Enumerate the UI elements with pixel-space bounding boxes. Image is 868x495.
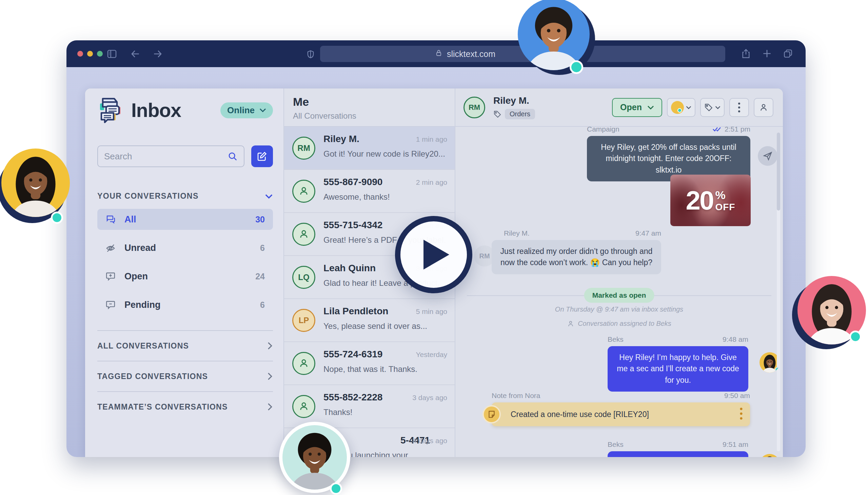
sidebar-link-all-conversations[interactable]: ALL CONVERSATIONS	[97, 331, 273, 361]
person-avatar-icon	[292, 352, 315, 375]
chevron-down-icon[interactable]	[265, 193, 273, 199]
window-controls[interactable]	[77, 51, 103, 57]
timestamp: 2 min ago	[416, 178, 447, 186]
tag-icon	[493, 110, 501, 118]
avatar: LP	[292, 309, 315, 332]
message-preview: Got it! Your new code is Riley20...	[323, 149, 445, 159]
bubble-minus-icon	[105, 300, 117, 310]
sidebar-link-tagged-conversations[interactable]: TAGGED CONVERSATIONS	[97, 361, 273, 391]
promo-image[interactable]: 20 % OFF	[670, 175, 751, 226]
new-tab-icon[interactable]	[762, 48, 772, 61]
avatar	[518, 0, 590, 70]
count-badge: 30	[255, 215, 265, 224]
back-icon[interactable]	[130, 49, 141, 59]
customer-avatar-left	[1, 149, 70, 217]
assignment-note: Conversation assigned to Beks	[455, 320, 783, 327]
message-preview: you launching your...	[340, 450, 414, 457]
link-label: ALL CONVERSATIONS	[97, 341, 189, 351]
message-preview: Thanks!	[323, 408, 352, 417]
count-badge: 6	[260, 300, 265, 310]
search-icon[interactable]	[227, 151, 238, 161]
contact-name: 555-852-2228	[323, 392, 382, 403]
campaign-message-group: Campaign 2:51 pm Hey Riley, get 20% off …	[587, 125, 750, 182]
tag-icon	[704, 103, 713, 112]
chevron-right-icon	[267, 341, 273, 350]
compose-icon	[257, 151, 268, 162]
assignment-text: Conversation assigned to Beks	[578, 320, 671, 327]
timestamp: Yesterday	[416, 351, 447, 359]
tag-dropdown-button[interactable]	[700, 98, 725, 117]
sidebar-item-unread[interactable]: Unread 6	[97, 237, 273, 258]
event-detail: On Thursday @ 9:47 am via inbox settings	[455, 306, 783, 313]
sidebar-item-open[interactable]: Open 24	[97, 266, 273, 287]
play-icon	[422, 238, 450, 271]
customer-avatar-top	[518, 0, 590, 70]
close-window-button[interactable]	[77, 51, 83, 57]
message-preview: Nope, that was it. Thanks.	[323, 364, 418, 374]
contact-name: Leah Quinn	[323, 263, 376, 274]
timestamp: 9:47 am	[635, 229, 661, 237]
list-item[interactable]: 555-724-6319 Yesterday Nope, that was it…	[284, 342, 455, 385]
chevron-right-icon	[267, 372, 273, 381]
count-badge: 6	[260, 243, 265, 253]
message-sender-label: Beks	[608, 440, 624, 448]
compose-button[interactable]	[251, 146, 273, 167]
sidebar: Inbox Online YOUR CONV	[85, 88, 284, 457]
note-sender-label: Note from Nora	[492, 392, 541, 400]
sidebar-link-teammates-conversations[interactable]: TEAMMATE’S CONVERSATIONS	[97, 392, 273, 422]
promo-off: OFF	[715, 202, 735, 212]
list-item[interactable]: RM Riley M. 1 min ago Got it! Your new c…	[284, 127, 455, 170]
link-label: TAGGED CONVERSATIONS	[97, 372, 208, 381]
your-conversations-header[interactable]: YOUR CONVERSATIONS	[97, 191, 273, 201]
contact-details-button[interactable]	[754, 98, 773, 117]
search-box[interactable]	[97, 146, 244, 167]
chevron-down-icon	[686, 105, 691, 109]
chevron-down-icon	[259, 108, 266, 113]
online-dot	[330, 482, 342, 495]
assignee-dropdown-button[interactable]	[667, 98, 695, 117]
scrollbar[interactable]	[777, 133, 780, 451]
forward-icon[interactable]	[152, 49, 164, 59]
marketing-canvas: slicktext.com	[0, 0, 868, 495]
note-options-button[interactable]	[740, 407, 743, 422]
message-preview: Awesome, thanks!	[323, 192, 390, 202]
sent-badge	[758, 146, 778, 166]
tab-overview-icon[interactable]	[783, 48, 794, 61]
tag-badge[interactable]: Orders	[505, 109, 535, 119]
zoom-window-button[interactable]	[97, 51, 103, 57]
note-bar[interactable]: Created a one-time use code [RILEY20]	[492, 403, 750, 426]
online-status-label: Online	[227, 105, 255, 116]
sidebar-toggle-icon[interactable]	[106, 49, 117, 59]
avatar	[1, 149, 70, 217]
list-item[interactable]: LP Lila Pendleton 5 min ago Yes, please …	[284, 299, 455, 342]
shield-icon[interactable]	[306, 49, 315, 59]
timestamp: 1 min ago	[416, 135, 447, 143]
timestamp: 4 days ago	[412, 437, 447, 445]
online-dot	[51, 211, 63, 224]
conversation-list-header: Me All Conversations	[284, 88, 455, 127]
scrollbar-thumb[interactable]	[777, 133, 780, 210]
link-label: TEAMMATE’S CONVERSATIONS	[97, 403, 227, 412]
video-play-button[interactable]	[395, 216, 472, 293]
kebab-icon	[740, 407, 743, 420]
promo-percent: %	[715, 188, 735, 202]
online-dot	[849, 330, 862, 343]
status-dropdown-button[interactable]: Open	[612, 98, 662, 117]
list-item[interactable]: 555-867-9090 2 min ago Awesome, thanks!	[284, 170, 455, 213]
person-avatar-icon	[292, 180, 315, 203]
message-sender-label: Riley M.	[504, 229, 530, 237]
sidebar-item-pending[interactable]: Pending 6	[97, 294, 273, 315]
note-icon	[482, 405, 501, 424]
more-options-button[interactable]	[729, 98, 749, 117]
search-input[interactable]	[104, 151, 227, 162]
share-icon[interactable]	[741, 48, 751, 61]
minimize-window-button[interactable]	[87, 51, 93, 57]
contact-name: 555-715-4342	[323, 220, 382, 231]
chevron-right-icon	[267, 403, 273, 411]
contact-name: Riley M.	[493, 95, 535, 106]
online-status-dropdown[interactable]: Online	[220, 102, 273, 118]
inbound-bubble: Just realized my order didn’t go through…	[492, 240, 661, 274]
sidebar-item-all[interactable]: All 30	[97, 209, 273, 230]
message-preview: Yes, please send it over as...	[323, 321, 427, 331]
count-badge: 24	[255, 272, 265, 281]
